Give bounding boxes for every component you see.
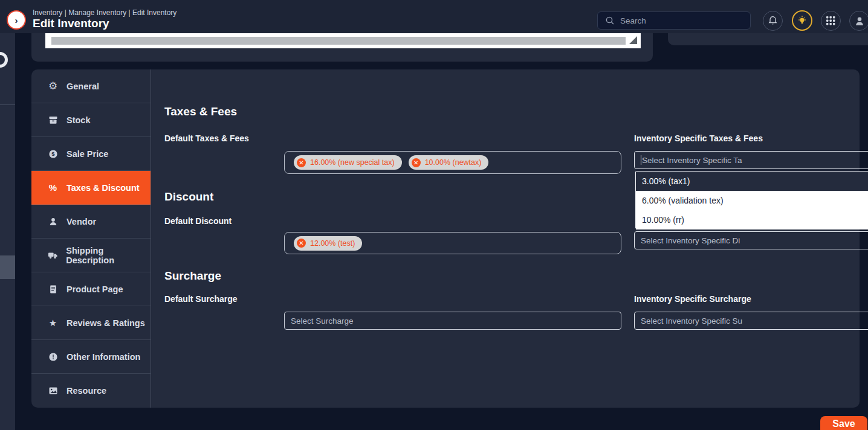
inventory-specific-surcharge-label: Inventory Specific Surcharge — [634, 294, 751, 304]
nav-item-other-information[interactable]: Other Information — [31, 340, 151, 374]
stock-boxes-icon — [47, 115, 59, 125]
sidebar-expand-button[interactable]: › — [7, 10, 26, 30]
inventory-specific-surcharge-select[interactable]: Select Inventory Specific Su — [634, 312, 868, 330]
default-surcharge-input[interactable]: Select Surcharge — [284, 312, 621, 330]
inventory-specific-taxes-select[interactable]: Select Inventory Specific Ta — [634, 151, 868, 169]
tax-chip: ✕ 10.00% (newtax) — [409, 155, 489, 170]
dropdown-option[interactable]: 6.00% (validation tex) — [636, 191, 868, 210]
taxes-dropdown-list: 3.00% (tax1) 6.00% (validation tex) 10.0… — [635, 171, 868, 229]
bell-icon — [768, 16, 778, 26]
inventory-specific-discount-select[interactable]: Select Inventory Specific Di — [634, 231, 868, 249]
search-input[interactable] — [615, 16, 750, 25]
top-header: › Inventory | Manage Inventory | Edit In… — [0, 0, 868, 33]
remove-chip-icon[interactable]: ✕ — [297, 158, 306, 167]
edit-inventory-page: › Inventory | Manage Inventory | Edit In… — [0, 0, 868, 430]
nav-item-sale-price[interactable]: $ Sale Price — [31, 137, 151, 171]
page-title: Edit Inventory — [33, 17, 109, 30]
alert-circle-icon — [47, 352, 59, 362]
nav-item-stock[interactable]: Stock — [31, 103, 151, 137]
taxes-discount-panel: Taxable Taxes & Fees Add Tax Rate Defaul… — [151, 69, 860, 408]
default-discount-label: Default Discount — [164, 216, 232, 226]
text-cursor — [641, 155, 641, 165]
dropdown-option[interactable]: 3.00% (tax1) — [636, 172, 868, 191]
nav-item-reviews-ratings[interactable]: ★ Reviews & Ratings — [31, 306, 151, 340]
collapsed-nav-rail — [0, 33, 15, 430]
global-search[interactable] — [597, 11, 751, 30]
default-taxes-label: Default Taxes & Fees — [164, 133, 249, 143]
dollar-circle-icon: $ — [47, 149, 59, 159]
percent-icon: % — [47, 182, 59, 193]
dropdown-option[interactable]: 10.00% (rr) — [636, 210, 868, 229]
discount-chip: ✕ 12.00% (test) — [294, 236, 362, 251]
surcharge-heading: Surcharge — [164, 269, 221, 283]
grid-icon — [826, 16, 835, 25]
avatar-person-icon — [854, 16, 865, 27]
svg-text:$: $ — [51, 150, 55, 157]
taxes-fees-heading: Taxes & Fees — [164, 105, 237, 118]
user-profile-button[interactable] — [849, 11, 868, 31]
side-panel-card-bottom — [668, 33, 868, 45]
default-discount-chip-box[interactable]: ✕ 12.00% (test) — [284, 232, 621, 254]
section-nav: ⚙ General Stock $ — [31, 69, 151, 408]
editor-resize-handle-icon[interactable] — [629, 36, 637, 44]
truck-icon — [47, 251, 58, 260]
gear-icon: ⚙ — [47, 80, 59, 92]
notifications-button[interactable] — [763, 11, 783, 31]
tax-chip: ✕ 16.00% (new special tax) — [294, 155, 402, 170]
editor-horizontal-scrollbar[interactable] — [51, 37, 626, 45]
search-icon — [605, 16, 615, 25]
discount-heading: Discount — [164, 190, 213, 204]
person-icon — [47, 217, 59, 226]
default-taxes-chip-box[interactable]: ✕ 16.00% (new special tax) ✕ 10.00% (new… — [284, 151, 621, 174]
nav-item-resource[interactable]: Resource — [31, 374, 151, 408]
star-icon: ★ — [47, 318, 59, 329]
save-button[interactable]: Save — [820, 416, 867, 430]
breadcrumb: Inventory | Manage Inventory | Edit Inve… — [33, 8, 177, 17]
rail-scrollbar-thumb[interactable] — [0, 255, 15, 279]
remove-chip-icon[interactable]: ✕ — [412, 158, 421, 167]
inventory-specific-taxes-label: Inventory Specific Taxes & Fees — [634, 133, 763, 143]
tips-button[interactable] — [792, 10, 812, 31]
lightbulb-icon — [797, 15, 808, 26]
chevron-right-icon: › — [15, 15, 18, 25]
default-surcharge-label: Default Surcharge — [164, 294, 238, 304]
document-icon — [47, 284, 59, 294]
nav-item-taxes-discount[interactable]: % Taxes & Discount — [31, 171, 151, 205]
edit-inventory-card: ⚙ General Stock $ — [31, 69, 860, 408]
description-editor-card — [31, 33, 653, 62]
nav-item-product-page[interactable]: Product Page — [31, 272, 151, 306]
nav-item-shipping-description[interactable]: Shipping Description — [31, 239, 151, 272]
nav-item-general[interactable]: ⚙ General — [31, 69, 151, 103]
remove-chip-icon[interactable]: ✕ — [297, 239, 306, 248]
rich-text-editor-bottom[interactable] — [45, 33, 641, 48]
nav-item-vendor[interactable]: Vendor — [31, 205, 151, 239]
apps-menu-button[interactable] — [821, 11, 841, 31]
rail-divider — [0, 104, 15, 105]
image-icon — [47, 386, 59, 396]
